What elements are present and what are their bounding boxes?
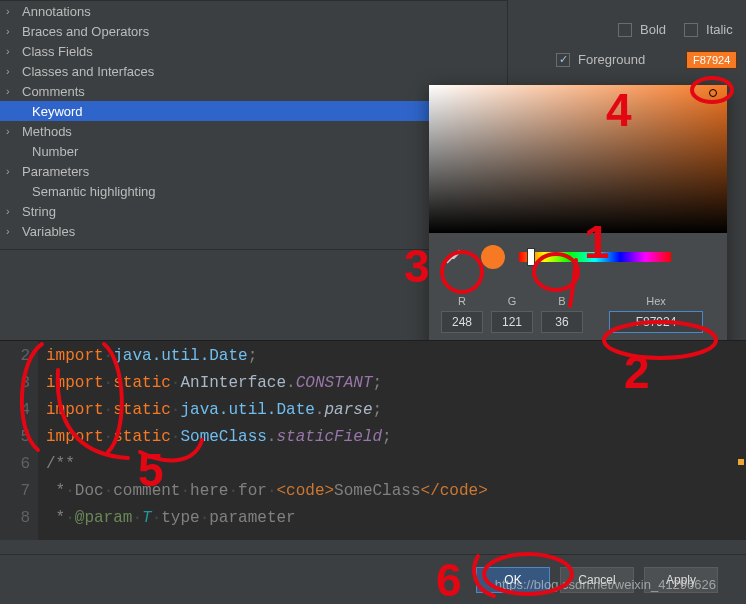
chevron-right-icon: › [6, 5, 18, 17]
tree-item-label: Semantic highlighting [18, 184, 156, 199]
tree-item-label: Keyword [18, 104, 83, 119]
tree-item-label: Braces and Operators [18, 24, 149, 39]
chevron-right-icon: › [6, 225, 18, 237]
b-input[interactable] [541, 311, 583, 333]
chevron-right-icon: › [6, 165, 18, 177]
g-input[interactable] [491, 311, 533, 333]
tree-item-label: Number [18, 144, 78, 159]
cancel-button[interactable]: Cancel [560, 567, 634, 593]
r-label: R [458, 295, 466, 307]
hue-handle[interactable] [527, 248, 535, 266]
hex-label: Hex [646, 295, 666, 307]
chevron-right-icon: › [6, 125, 18, 137]
sv-handle[interactable] [709, 89, 717, 97]
saturation-value-field[interactable] [429, 85, 727, 233]
tree-item[interactable]: ›Braces and Operators [0, 21, 507, 41]
current-color-swatch [481, 245, 505, 269]
chevron-right-icon: › [6, 205, 18, 217]
tree-item-label: Variables [18, 224, 75, 239]
checkbox-icon[interactable] [618, 23, 632, 37]
code-preview: 2345678 import·java.util.Date;import·sta… [0, 340, 746, 540]
tree-item[interactable]: ›Annotations [0, 1, 507, 21]
chevron-right-icon: › [6, 25, 18, 37]
chevron-right-icon: › [6, 45, 18, 57]
r-input[interactable] [441, 311, 483, 333]
tree-item-label: Methods [18, 124, 72, 139]
color-picker: R G B Hex [429, 85, 727, 365]
hue-slider[interactable] [519, 252, 671, 262]
tree-item-label: String [18, 204, 56, 219]
eyedropper-icon [444, 248, 462, 266]
tree-item-label: Classes and Interfaces [18, 64, 154, 79]
tree-item-label: Parameters [18, 164, 89, 179]
italic-label: Italic [706, 22, 733, 37]
checkbox-icon[interactable] [684, 23, 698, 37]
tree-item-label: Annotations [18, 4, 91, 19]
eyedropper-button[interactable] [439, 243, 467, 271]
apply-button[interactable]: Apply [644, 567, 718, 593]
code-area: import·java.util.Date;import·static·AnIn… [46, 343, 488, 532]
warning-stripe-icon [738, 459, 744, 465]
g-label: G [508, 295, 517, 307]
hex-input[interactable] [609, 311, 703, 333]
tree-item-label: Class Fields [18, 44, 93, 59]
chevron-right-icon: › [6, 85, 18, 97]
ok-button[interactable]: OK [476, 567, 550, 593]
foreground-option[interactable]: Foreground [556, 52, 645, 67]
bold-option[interactable]: Bold [618, 22, 666, 37]
tree-item[interactable]: ›Classes and Interfaces [0, 61, 507, 81]
foreground-label: Foreground [578, 52, 645, 67]
b-label: B [558, 295, 565, 307]
tree-item-label: Comments [18, 84, 85, 99]
bold-label: Bold [640, 22, 666, 37]
italic-option[interactable]: Italic [684, 22, 733, 37]
foreground-color-badge[interactable]: F87924 [686, 51, 737, 69]
checkbox-icon[interactable] [556, 53, 570, 67]
line-gutter: 2345678 [0, 341, 38, 540]
chevron-right-icon: › [6, 65, 18, 77]
tree-item[interactable]: ›Class Fields [0, 41, 507, 61]
